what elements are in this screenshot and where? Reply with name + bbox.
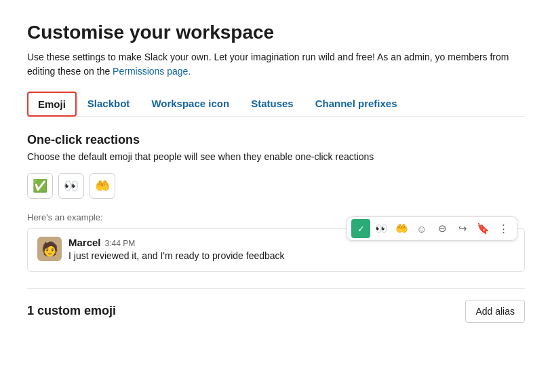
one-click-reactions-desc: Choose the default emoji that people wil…	[27, 151, 525, 162]
tab-emoji[interactable]: Emoji	[27, 92, 77, 117]
message-text: I just reviewed it, and I'm ready to pro…	[68, 250, 515, 263]
toolbar-check-btn[interactable]: ✓	[351, 219, 370, 238]
tab-channel-prefixes[interactable]: Channel prefixes	[304, 91, 408, 116]
toolbar-raised-hands-btn[interactable]: 🤲	[392, 219, 411, 238]
emoji-btn-eyes[interactable]: 👀	[58, 173, 84, 199]
toolbar-reply-btn[interactable]: ↪	[453, 219, 472, 238]
content-section: One-click reactions Choose the default e…	[27, 117, 525, 323]
emoji-buttons-row: ✅ 👀 🤲	[27, 173, 525, 199]
add-alias-button[interactable]: Add alias	[465, 300, 525, 323]
custom-emoji-row: 1 custom emoji Add alias	[27, 300, 525, 323]
custom-emoji-title: 1 custom emoji	[27, 304, 116, 318]
description-text: Use these settings to make Slack your ow…	[27, 52, 445, 62]
eyes-emoji: 👀	[64, 178, 79, 193]
avatar: 🧑	[37, 237, 62, 261]
emoji-btn-raised-hands[interactable]: 🤲	[90, 173, 115, 199]
reaction-toolbar: ✓ 👀 🤲 ☺ ⊖ ↪ 🔖 ⋮	[347, 216, 517, 241]
page-description: Use these settings to make Slack your ow…	[27, 50, 525, 79]
page-title: Customise your workspace	[27, 22, 525, 43]
toolbar-minus-btn[interactable]: ⊖	[433, 219, 452, 238]
tab-statuses[interactable]: Statuses	[240, 91, 304, 116]
toolbar-bookmark-btn[interactable]: 🔖	[473, 219, 492, 238]
message-username: Marcel	[68, 237, 101, 248]
toolbar-smiley-btn[interactable]: ☺	[412, 219, 431, 238]
check-emoji: ✅	[33, 178, 47, 193]
raised-hands-emoji: 🤲	[95, 178, 110, 193]
page-container: Customise your workspace Use these setti…	[0, 0, 552, 345]
tab-slackbot[interactable]: Slackbot	[77, 91, 141, 116]
toolbar-eyes-btn[interactable]: 👀	[372, 219, 391, 238]
toolbar-more-btn[interactable]: ⋮	[494, 219, 513, 238]
tab-workspace-icon[interactable]: Workspace icon	[140, 91, 240, 116]
message-time: 3:44 PM	[105, 239, 136, 248]
section-divider	[27, 288, 525, 289]
emoji-btn-check[interactable]: ✅	[27, 173, 53, 199]
tabs-nav: Emoji Slackbot Workspace icon Statuses C…	[27, 91, 525, 117]
message-preview: ✓ 👀 🤲 ☺ ⊖ ↪ 🔖 ⋮ 🧑 Marcel 3:44 PM I just …	[27, 228, 525, 272]
permissions-link[interactable]: Permissions page.	[113, 66, 191, 77]
one-click-reactions-title: One-click reactions	[27, 133, 525, 147]
